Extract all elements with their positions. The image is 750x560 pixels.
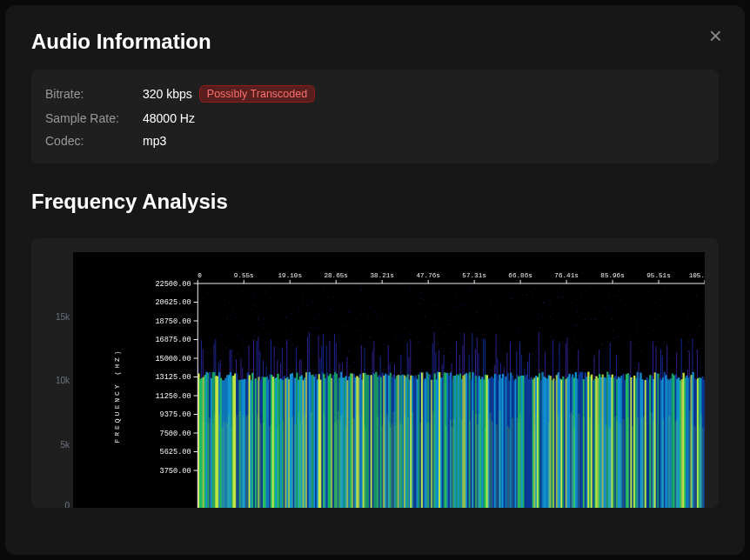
outer-y-tick: 10k: [56, 376, 70, 385]
svg-text:FREQUENCY (HZ): FREQUENCY (HZ): [113, 348, 121, 443]
svg-rect-1233: [481, 340, 482, 341]
svg-rect-20: [213, 343, 214, 372]
svg-rect-914: [471, 358, 472, 359]
svg-rect-1213: [243, 343, 244, 343]
svg-rect-945: [612, 319, 613, 320]
svg-rect-1289: [298, 308, 298, 309]
svg-rect-1195: [320, 314, 321, 315]
svg-rect-984: [260, 315, 261, 316]
svg-rect-977: [327, 362, 328, 363]
svg-rect-728: [665, 290, 666, 290]
svg-rect-920: [412, 345, 413, 346]
svg-rect-733: [223, 366, 224, 367]
svg-rect-1174: [458, 329, 459, 330]
svg-rect-850: [313, 301, 314, 302]
svg-text:5625.00: 5625.00: [160, 448, 191, 457]
svg-rect-1217: [615, 302, 616, 303]
svg-rect-1165: [286, 317, 287, 318]
svg-rect-1024: [478, 311, 479, 312]
svg-rect-1245: [498, 292, 499, 293]
svg-rect-1059: [700, 325, 701, 326]
svg-rect-221: [388, 345, 389, 376]
svg-rect-274: [432, 343, 433, 379]
svg-rect-766: [204, 297, 204, 297]
svg-rect-1069: [355, 319, 356, 320]
svg-rect-760: [578, 316, 579, 317]
svg-rect-735: [260, 324, 261, 325]
svg-rect-888: [447, 303, 448, 304]
svg-rect-867: [303, 308, 304, 309]
svg-text:38.21s: 38.21s: [370, 271, 394, 279]
svg-rect-117: [299, 360, 300, 377]
svg-rect-740: [425, 284, 425, 285]
svg-rect-1259: [425, 360, 425, 361]
svg-rect-631: [404, 415, 405, 508]
svg-rect-1237: [202, 364, 203, 365]
svg-rect-1286: [255, 304, 256, 305]
svg-rect-1006: [577, 360, 578, 361]
svg-rect-706: [691, 424, 693, 508]
svg-text:105.: 105.: [689, 271, 705, 279]
svg-rect-1206: [513, 350, 514, 351]
svg-rect-424: [559, 343, 559, 378]
svg-rect-65: [253, 340, 254, 379]
svg-rect-823: [654, 319, 655, 320]
svg-rect-575: [203, 422, 204, 508]
svg-rect-712: [370, 337, 371, 337]
svg-rect-1139: [618, 305, 619, 306]
svg-rect-366: [506, 352, 507, 372]
svg-rect-1310: [613, 330, 613, 331]
svg-rect-726: [634, 368, 635, 369]
value-bitrate: 320 kbps: [143, 87, 192, 101]
svg-rect-828: [206, 351, 207, 352]
svg-rect-997: [447, 324, 448, 325]
svg-rect-774: [515, 323, 516, 323]
svg-rect-74: [259, 350, 260, 380]
svg-rect-967: [380, 341, 381, 342]
svg-rect-978: [650, 306, 651, 307]
svg-rect-885: [626, 316, 627, 317]
svg-text:22500.00: 22500.00: [155, 280, 191, 289]
svg-rect-669: [548, 423, 550, 508]
svg-rect-707: [693, 426, 695, 508]
svg-rect-670: [552, 411, 554, 508]
svg-text:0: 0: [198, 271, 202, 279]
svg-rect-759: [341, 290, 342, 291]
svg-rect-659: [499, 411, 500, 508]
svg-rect-400: [539, 332, 539, 373]
svg-rect-1096: [508, 292, 509, 293]
svg-rect-139: [320, 358, 321, 379]
svg-rect-1085: [444, 357, 445, 358]
svg-rect-1290: [475, 362, 476, 363]
svg-rect-980: [563, 342, 564, 343]
close-button[interactable]: ×: [706, 21, 726, 50]
svg-text:19.10s: 19.10s: [278, 271, 302, 279]
svg-rect-859: [318, 325, 319, 326]
svg-rect-417: [552, 340, 553, 379]
svg-rect-583: [223, 421, 224, 508]
svg-rect-843: [437, 310, 438, 310]
svg-rect-1044: [330, 322, 331, 323]
svg-rect-1216: [574, 324, 575, 325]
svg-rect-1138: [468, 315, 469, 316]
svg-rect-953: [686, 346, 686, 347]
svg-rect-1133: [459, 357, 460, 358]
svg-rect-22: [215, 339, 216, 376]
svg-rect-150: [329, 340, 330, 373]
svg-rect-1027: [450, 349, 451, 350]
svg-rect-1218: [577, 356, 578, 357]
svg-rect-865: [418, 326, 419, 327]
svg-rect-948: [662, 328, 663, 329]
svg-rect-729: [231, 296, 231, 297]
svg-rect-797: [231, 347, 232, 348]
svg-text:9375.00: 9375.00: [160, 410, 191, 419]
svg-rect-61: [249, 345, 250, 375]
svg-rect-1271: [624, 286, 625, 287]
svg-rect-814: [593, 337, 593, 338]
svg-rect-976: [312, 367, 313, 368]
svg-rect-1273: [624, 341, 625, 342]
svg-rect-1246: [603, 303, 604, 304]
svg-rect-1296: [434, 343, 435, 343]
svg-rect-1020: [577, 310, 578, 311]
svg-rect-1140: [653, 288, 653, 289]
